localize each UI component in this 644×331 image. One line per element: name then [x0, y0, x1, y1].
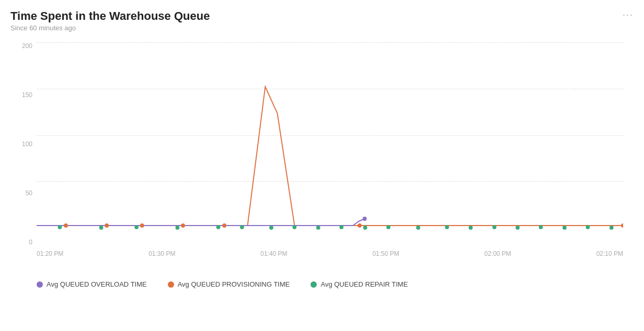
legend-dot-provisioning: [168, 281, 174, 288]
svg-point-3: [176, 226, 180, 230]
y-label-150: 150: [22, 91, 32, 99]
svg-point-2: [134, 225, 139, 229]
overload-line: [37, 219, 365, 226]
provisioning-line-spike: [248, 87, 295, 226]
x-axis: 01:20 PM 01:30 PM 01:40 PM 01:50 PM 02:0…: [37, 246, 623, 272]
svg-point-16: [515, 226, 520, 230]
svg-point-7: [293, 225, 297, 229]
x-label-2: 01:30 PM: [148, 250, 175, 257]
svg-point-26: [358, 223, 362, 228]
svg-point-0: [58, 225, 62, 229]
svg-point-4: [216, 225, 221, 229]
x-label-5: 02:00 PM: [485, 250, 511, 257]
y-label-100: 100: [22, 140, 32, 148]
y-label-200: 200: [22, 42, 32, 50]
x-label-6: 02:10 PM: [596, 250, 623, 257]
legend: Avg QUEUED OVERLOAD TIME Avg QUEUED PROV…: [10, 280, 634, 288]
x-label-4: 01:50 PM: [372, 250, 399, 257]
svg-point-10: [363, 226, 367, 230]
x-label-3: 01:40 PM: [260, 250, 287, 257]
svg-point-23: [140, 223, 144, 228]
y-label-0: 0: [29, 239, 32, 246]
svg-point-5: [240, 225, 244, 229]
legend-item-repair: Avg QUEUED REPAIR TIME: [310, 280, 408, 288]
chart-svg: [37, 42, 623, 246]
svg-point-19: [586, 225, 590, 229]
svg-point-1: [99, 226, 104, 230]
svg-point-17: [539, 225, 543, 229]
card-subtitle: Since 60 minutes ago: [10, 24, 634, 32]
svg-point-15: [492, 225, 497, 229]
legend-item-provisioning: Avg QUEUED PROVISIONING TIME: [168, 280, 290, 288]
legend-label-provisioning: Avg QUEUED PROVISIONING TIME: [178, 280, 290, 288]
menu-dots-icon[interactable]: ···: [623, 9, 634, 20]
svg-point-25: [222, 223, 226, 228]
overload-dot: [363, 217, 367, 221]
svg-point-18: [562, 226, 567, 230]
card-title: Time Spent in the Warehouse Queue: [10, 9, 634, 23]
svg-point-13: [445, 225, 449, 229]
chart-area: 0 50 100 150 200: [10, 42, 634, 272]
legend-label-repair: Avg QUEUED REPAIR TIME: [320, 280, 408, 288]
svg-point-9: [339, 225, 343, 229]
legend-dot-overload: [37, 281, 43, 288]
svg-point-21: [64, 223, 68, 228]
svg-point-20: [610, 226, 614, 230]
svg-point-8: [316, 226, 320, 230]
y-label-50: 50: [26, 190, 32, 197]
legend-dot-repair: [310, 281, 317, 288]
svg-point-11: [386, 225, 390, 229]
y-axis: 0 50 100 150 200: [10, 42, 36, 246]
svg-point-14: [469, 226, 473, 230]
svg-point-24: [181, 223, 185, 228]
svg-point-6: [269, 226, 273, 230]
card: Time Spent in the Warehouse Queue Since …: [0, 0, 644, 331]
legend-label-overload: Avg QUEUED OVERLOAD TIME: [47, 280, 147, 288]
svg-point-22: [105, 223, 109, 228]
legend-item-overload: Avg QUEUED OVERLOAD TIME: [37, 280, 147, 288]
svg-point-12: [416, 226, 420, 230]
svg-point-27: [621, 223, 623, 228]
x-label-1: 01:20 PM: [37, 250, 63, 257]
